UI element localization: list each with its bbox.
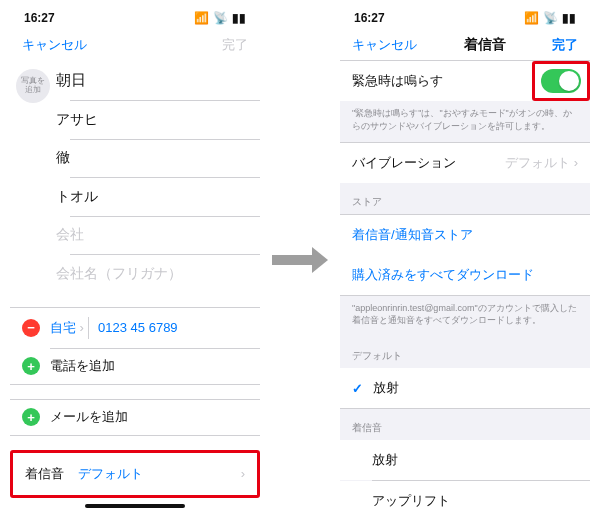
nav-title: 着信音 bbox=[417, 36, 552, 54]
ringtone-highlight: 着信音 デフォルト › bbox=[10, 450, 260, 498]
add-phone-button[interactable]: + 電話を追加 bbox=[10, 348, 260, 384]
done-button[interactable]: 完了 bbox=[222, 36, 248, 54]
status-bar: 16:27 📶 📡 ▮▮ bbox=[10, 7, 260, 29]
default-header: デフォルト bbox=[340, 337, 590, 368]
store-note: "appleonrinrin.test@gmail.com"のアカウントで購入し… bbox=[340, 296, 590, 337]
default-ringtone-row[interactable]: ✓ 放射 bbox=[340, 368, 590, 408]
nav-bar: キャンセル 完了 bbox=[10, 29, 260, 61]
home-indicator[interactable] bbox=[85, 504, 185, 508]
emergency-bypass-row: 緊急時は鳴らす bbox=[340, 61, 532, 101]
chevron-right-icon: › bbox=[76, 320, 88, 335]
status-time: 16:27 bbox=[24, 11, 55, 25]
emergency-toggle-highlight bbox=[532, 61, 590, 101]
chevron-right-icon: › bbox=[574, 155, 578, 170]
arrow-icon bbox=[260, 247, 340, 273]
done-button[interactable]: 完了 bbox=[552, 36, 578, 54]
ringtone-option[interactable]: 放射 bbox=[340, 440, 590, 480]
battery-icon: ▮▮ bbox=[562, 11, 576, 25]
add-mail-button[interactable]: + メールを追加 bbox=[10, 399, 260, 435]
phone-entry-row[interactable]: − 自宅 › 0123 45 6789 bbox=[10, 308, 260, 348]
plus-icon: + bbox=[22, 357, 40, 375]
signal-icon: 📶 bbox=[194, 11, 209, 25]
wifi-icon: 📡 bbox=[213, 11, 228, 25]
plus-icon: + bbox=[22, 408, 40, 426]
chevron-right-icon: › bbox=[241, 466, 245, 481]
vibration-row[interactable]: バイブレーション デフォルト › bbox=[340, 143, 590, 183]
status-bar: 16:27 📶 📡 ▮▮ bbox=[340, 7, 590, 29]
battery-icon: ▮▮ bbox=[232, 11, 246, 25]
emergency-note: "緊急時は鳴らす"は、"おやすみモード"がオンの時、からのサウンドやバイブレーシ… bbox=[340, 101, 590, 142]
download-all-link[interactable]: 購入済みをすべてダウンロード bbox=[340, 255, 590, 295]
company-field[interactable]: 会社 bbox=[56, 216, 260, 254]
status-time: 16:27 bbox=[354, 11, 385, 25]
cancel-button[interactable]: キャンセル bbox=[352, 36, 417, 54]
tone-store-link[interactable]: 着信音/通知音ストア bbox=[340, 215, 590, 255]
phone-label[interactable]: 自宅 bbox=[50, 319, 76, 337]
company-phonetic-field[interactable]: 会社名（フリガナ） bbox=[56, 255, 260, 293]
ringtones-header: 着信音 bbox=[340, 409, 590, 440]
store-header: ストア bbox=[340, 183, 590, 214]
ringtone-option[interactable]: アップリフト bbox=[340, 481, 590, 512]
add-photo-button[interactable]: 写真を 追加 bbox=[16, 69, 50, 103]
remove-icon[interactable]: − bbox=[22, 319, 40, 337]
phonetic-first-field[interactable]: トオル bbox=[56, 178, 260, 216]
signal-icon: 📶 bbox=[524, 11, 539, 25]
ringtone-row[interactable]: 着信音 デフォルト › bbox=[13, 453, 257, 495]
nav-bar: キャンセル 着信音 完了 bbox=[340, 29, 590, 61]
phone-value[interactable]: 0123 45 6789 bbox=[98, 320, 178, 335]
last-name-field[interactable]: 朝日 bbox=[56, 61, 260, 100]
checkmark-icon: ✓ bbox=[352, 381, 363, 396]
ringtone-settings-screen: 16:27 📶 📡 ▮▮ キャンセル 着信音 完了 緊急時は鳴らす "緊急時は鳴… bbox=[340, 7, 590, 512]
contact-edit-screen: 16:27 📶 📡 ▮▮ キャンセル 完了 写真を 追加 朝日 アサヒ 徹 トオ… bbox=[10, 7, 260, 512]
first-name-field[interactable]: 徹 bbox=[56, 139, 260, 177]
wifi-icon: 📡 bbox=[543, 11, 558, 25]
phonetic-last-field[interactable]: アサヒ bbox=[56, 101, 260, 139]
emergency-bypass-toggle[interactable] bbox=[541, 69, 581, 93]
cancel-button[interactable]: キャンセル bbox=[22, 36, 87, 54]
